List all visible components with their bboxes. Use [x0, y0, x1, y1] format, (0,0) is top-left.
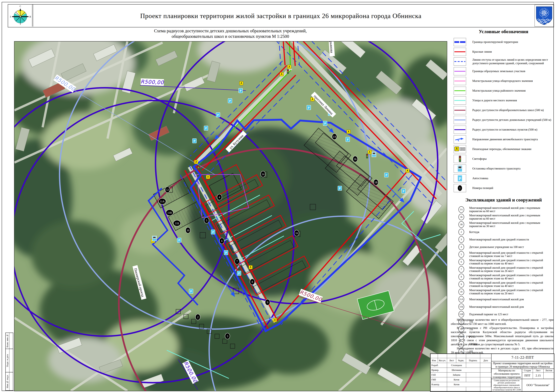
explication-item: 2Коттедж [454, 229, 554, 235]
legend-item-label: Магистральная улица районного значения [472, 89, 526, 92]
svg-text:P: P [324, 122, 326, 125]
explication-item: 1БМногоквартирный многоэтажный жилой дом… [454, 214, 554, 220]
compass-east-label: В [29, 15, 31, 18]
legend-item-label: Граница проектируемой территории [472, 40, 518, 44]
note-paragraph: В соответствии с РН «Градостроительство.… [451, 326, 554, 346]
explication-item-label: Многоквартирный многоэтажный жилой дом [469, 298, 524, 301]
legend-item: Остановка общественного транспорта [454, 165, 554, 173]
svg-text:P: P [229, 99, 231, 102]
position-number-badge: 11А [459, 296, 464, 303]
legend-item: Направление движения автомобильного тран… [454, 135, 554, 144]
role-name: Шитикова [447, 368, 466, 372]
explication-item: 11ВПодземный паркинг на 125 мест [454, 311, 554, 318]
explication-item-label: Многоквартирный жилой дом средней этажно… [469, 274, 554, 280]
parking-icon: P [338, 186, 342, 190]
map-position-badge: 5 [204, 218, 209, 223]
svg-text:P: P [403, 189, 404, 193]
compass-box: С З В [8, 5, 32, 27]
page-title: Проект планировки территории жилой застр… [76, 12, 485, 20]
explication-item-label: Коттедж [469, 230, 479, 234]
legend-item-label: Остановка общественного транспорта [472, 167, 521, 170]
redline-icon [454, 48, 466, 56]
svg-text:P: P [308, 106, 310, 109]
boundary-icon [454, 38, 466, 46]
parcel-icon [454, 67, 466, 75]
svg-text:P: P [225, 251, 227, 254]
svg-text:P: P [339, 187, 341, 190]
legend-item: Линии отступа от красных линий в целях о… [454, 58, 554, 66]
explication-item: 3Многоквартирный жилой дом средней этажн… [454, 236, 554, 243]
role-label: Разраб. [431, 363, 447, 368]
side-field: Подп. и дата [5, 349, 13, 372]
map-position-badge: 9 [265, 299, 270, 305]
position-number-badge: 9 [459, 281, 464, 288]
map-position-badge: 3 [225, 333, 230, 339]
explication-item-label: Многоквартирный жилой дом средней этажно… [469, 251, 554, 258]
local-icon [454, 96, 466, 105]
school-radius-icon [454, 106, 466, 114]
explication-item: 1ВМногоквартирный многоэтажный жилой дом… [454, 221, 554, 228]
svg-text:4: 4 [219, 196, 220, 199]
legend-item-label: Автостоянка [472, 176, 488, 180]
svg-text:3: 3 [227, 335, 228, 338]
frame-side-fields: Взам. инв.№ Подп. и дата Инв.№ подл. [5, 333, 13, 391]
document-number: 7-11-22-ППТ [491, 354, 554, 361]
position-number-badge: 1В [459, 221, 464, 228]
legend-item: Граница проектируемой территории [454, 38, 554, 46]
pedestrian-crossing-icon [240, 81, 243, 85]
col-koluch: Кол.уч. [438, 358, 447, 363]
role-name: Котов [447, 377, 466, 382]
pedestrian-crossing-icon [194, 160, 198, 164]
position-number-badge: 6 [459, 259, 464, 265]
svg-text:14: 14 [262, 173, 265, 176]
explication-item-label: Многоквартирный жилой дом средней этажно… [469, 259, 554, 265]
sheet-value: 2.15 [533, 372, 544, 379]
side-field: Взам. инв.№ [5, 333, 13, 349]
map-position-badge: 1В [373, 179, 378, 185]
explication-item-label: Многоквартирный жилой дом средней этажно… [469, 238, 529, 241]
legend-item: Радиус доступности общеобразовательных ш… [454, 106, 554, 114]
legend-item-label: Границы образуемых земельных участков [472, 69, 525, 73]
scheme-title: Схема радиусов доступности детских дошко… [491, 379, 522, 391]
svg-text:P: P [347, 138, 349, 141]
map-position-badge: 1А [332, 134, 337, 139]
citywide-icon [454, 77, 466, 85]
parking-icon: P [237, 271, 241, 276]
map-position-badge: 11А [159, 198, 166, 204]
materials-title: Материалы по обоснованию проекта планиро… [491, 369, 522, 379]
svg-text:12: 12 [166, 188, 169, 191]
explication-item-label: Многоквартирный жилой дом средней этажно… [469, 289, 554, 295]
svg-text:11А: 11А [160, 200, 165, 203]
position-number-badge: 1Б [459, 214, 464, 220]
svg-text:11Б: 11Б [175, 222, 179, 225]
compass-west-label: З [10, 15, 11, 18]
legend-item: Радиус доступности детских дошкольных уч… [454, 116, 554, 124]
position-number-badge: 1А [459, 206, 464, 213]
map-position-badge: 14 [261, 171, 265, 177]
satellite-planning-map: P P P P P P P P P P P P P P P P ул. Куту… [14, 41, 447, 391]
svg-text:1В: 1В [374, 181, 378, 184]
legend-item: Магистральная улица районного значения [454, 87, 554, 95]
parking-icon: P [228, 99, 232, 103]
sheets-label: Листов [544, 369, 554, 372]
svg-text:10: 10 [187, 229, 189, 232]
explication-item-label: Многоквартирный жилой дом средней этажно… [469, 266, 554, 273]
date-cell [480, 363, 491, 368]
parking-icon: P [454, 174, 466, 182]
legend-item-label: Номера позиций [472, 186, 493, 190]
map-position-badge: 7 [235, 258, 240, 264]
map-position-badge: 8 [250, 279, 255, 285]
legend-item: Улицы и дороги местного значения [454, 96, 554, 105]
explication-item-label: Многоквартирный многоэтажный жилой дом с… [469, 214, 554, 220]
position-number-icon: 1 [454, 184, 466, 192]
legend-item-label: Магистральная улица общегородского значе… [472, 79, 533, 83]
svg-text:5: 5 [206, 219, 207, 222]
compass-north-label: С [20, 5, 21, 7]
parking-icon: P [384, 173, 388, 177]
explication-item: 8Многоквартирный жилой дом средней этажн… [454, 274, 554, 280]
map-position-badge: 1Б [353, 156, 358, 162]
bus-stop-icon [152, 236, 156, 241]
map-position-badge: 16 [294, 230, 299, 236]
svg-text:6: 6 [221, 240, 223, 242]
stop-radius-icon [454, 126, 466, 134]
